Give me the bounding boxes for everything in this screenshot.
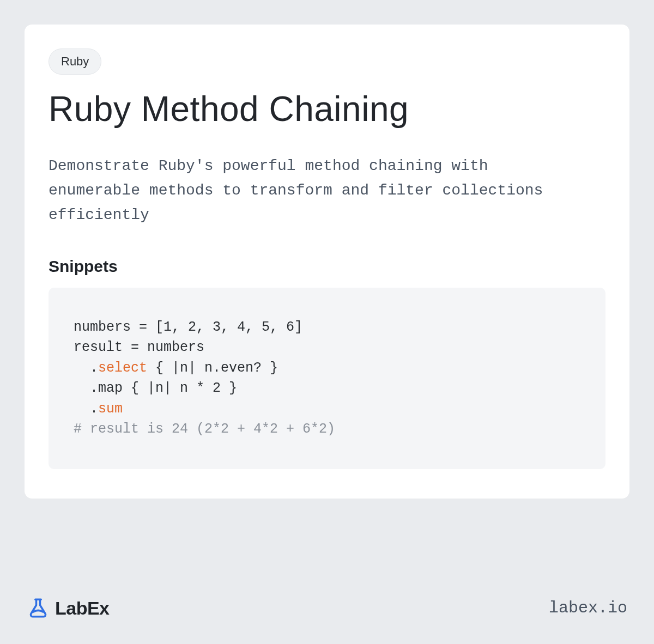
code-highlight: select [98, 360, 147, 376]
code-line: result = numbers [74, 339, 204, 355]
brand: LabEx [27, 597, 110, 619]
snippets-heading: Snippets [49, 257, 605, 276]
page-title: Ruby Method Chaining [49, 90, 605, 128]
code-line: . [74, 401, 98, 417]
footer: LabEx labex.io [25, 597, 629, 619]
site-url: labex.io [549, 599, 627, 617]
code-line: .map { |n| n * 2 } [74, 380, 237, 396]
code-comment: # result is 24 (2*2 + 4*2 + 6*2) [74, 421, 335, 437]
language-tag: Ruby [49, 48, 101, 75]
code-line: numbers = [1, 2, 3, 4, 5, 6] [74, 319, 302, 335]
flask-icon [27, 597, 50, 619]
code-highlight: sum [98, 401, 123, 417]
description-text: Demonstrate Ruby's powerful method chain… [49, 154, 550, 227]
code-line: { |n| n.even? } [147, 360, 278, 376]
brand-name: LabEx [55, 598, 110, 619]
code-line: . [74, 360, 98, 376]
content-card: Ruby Ruby Method Chaining Demonstrate Ru… [25, 25, 629, 499]
code-snippet: numbers = [1, 2, 3, 4, 5, 6] result = nu… [49, 288, 605, 469]
